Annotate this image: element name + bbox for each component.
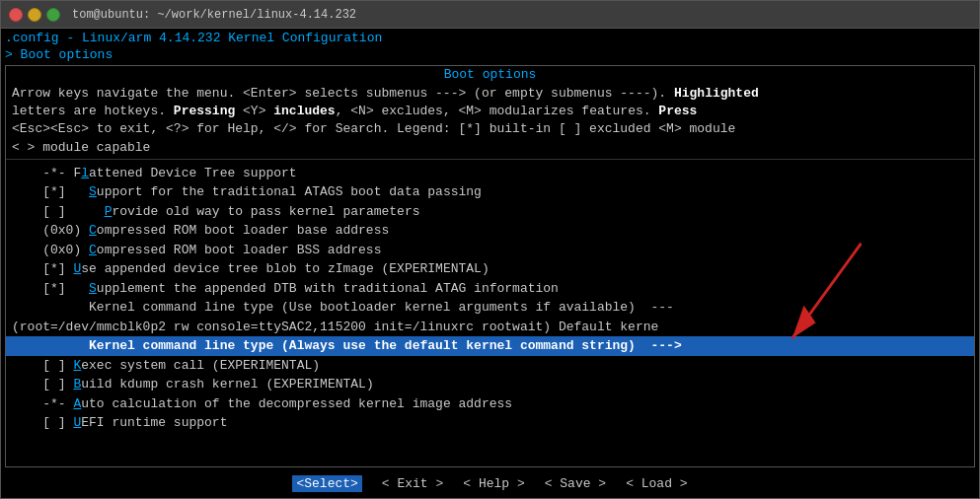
menu-item-flattened[interactable]: -*- Flattened Device Tree support (6, 164, 974, 183)
window-controls (9, 8, 60, 22)
menu-area: -*- Flattened Device Tree support [*] Su… (6, 160, 974, 466)
menu-overlay-container: -*- Flattened Device Tree support [*] Su… (6, 160, 974, 466)
menu-item-supplement-dtb[interactable]: [*] Supplement the appended DTB with tra… (6, 279, 974, 299)
menu-item-default-kerne[interactable]: (root=/dev/mmcblk0p2 rw console=ttySAC2,… (6, 318, 974, 337)
menu-item-appended-blob[interactable]: [*] Use appended device tree blob to zIm… (6, 259, 974, 279)
pressing-word: Pressing (174, 104, 235, 118)
breadcrumb-config: .config - Linux/arm 4.14.232 Kernel Conf… (1, 29, 979, 47)
menu-item-cmdline-type[interactable]: Kernel command line type (Use bootloader… (6, 298, 974, 318)
menu-item-rom-base[interactable]: (0x0) Compressed ROM boot loader base ad… (6, 221, 974, 241)
content-title: Boot options (6, 66, 974, 83)
menu-item-kdump[interactable]: [ ] Build kdump crash kernel (EXPERIMENT… (6, 375, 974, 394)
help-line-4: < > module capable (12, 139, 968, 157)
menu-item-rom-bss[interactable]: (0x0) Compressed ROM boot loader BSS add… (6, 241, 974, 260)
help-line-3: <Esc><Esc> to exit, <?> for Help, </> fo… (12, 120, 968, 138)
menu-item-old-way[interactable]: [ ] Provide old way to pass kernel param… (6, 202, 974, 222)
save-button[interactable]: < Save > (545, 476, 606, 491)
window-title: tom@ubuntu: ~/work/kernel/linux-4.14.232 (72, 8, 356, 22)
menu-item-always-default[interactable]: Kernel command line type (Always use the… (6, 336, 974, 356)
content-box: Boot options Arrow keys navigate the men… (5, 65, 975, 467)
close-button[interactable] (9, 8, 23, 22)
minimize-button[interactable] (28, 8, 41, 22)
help-line-1: Arrow keys navigate the menu. <Enter> se… (12, 85, 968, 103)
help-line-2: letters are hotkeys. Pressing <Y> includ… (12, 103, 968, 120)
menu-item-atags[interactable]: [*] Support for the traditional ATAGS bo… (6, 182, 974, 202)
exit-button[interactable]: < Exit > (382, 476, 443, 491)
select-button[interactable]: <Select> (292, 475, 361, 492)
help-text: Arrow keys navigate the menu. <Enter> se… (6, 83, 974, 160)
menu-item-kexec[interactable]: [ ] Kexec system call (EXPERIMENTAL) (6, 356, 974, 376)
titlebar: tom@ubuntu: ~/work/kernel/linux-4.14.232 (1, 1, 979, 29)
load-button[interactable]: < Load > (626, 476, 687, 491)
includes-word: includes (273, 104, 335, 118)
terminal: .config - Linux/arm 4.14.232 Kernel Conf… (1, 29, 979, 498)
menu-item-uefi[interactable]: [ ] UEFI runtime support (6, 413, 974, 433)
help-button[interactable]: < Help > (463, 476, 524, 491)
window: tom@ubuntu: ~/work/kernel/linux-4.14.232… (0, 0, 980, 499)
maximize-button[interactable] (46, 8, 60, 22)
press-word: Press (658, 104, 697, 118)
button-bar: <Select> < Exit > < Help > < Save > < Lo… (1, 469, 979, 498)
menu-item-auto-calc[interactable]: -*- Auto calculation of the decompressed… (6, 394, 974, 414)
highlighted-word: Highlighted (674, 86, 759, 101)
breadcrumb-boot: > Boot options (1, 47, 979, 63)
